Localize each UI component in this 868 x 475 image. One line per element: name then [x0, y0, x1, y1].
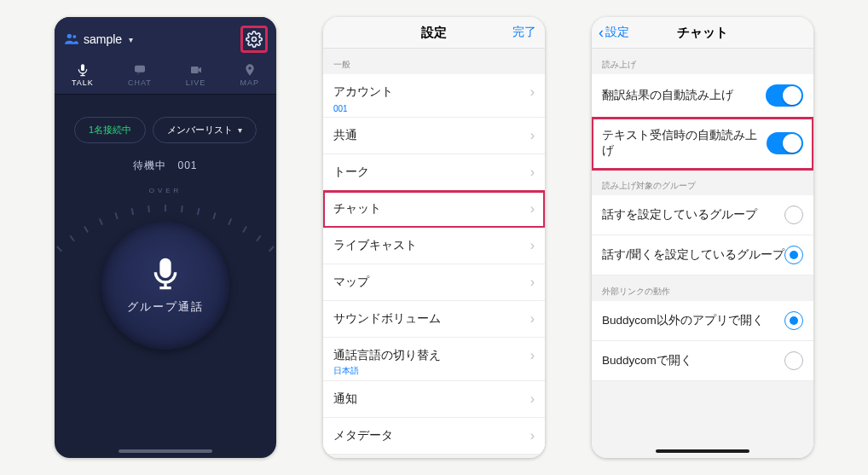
row-label: 話すを設定しているグループ	[602, 207, 757, 223]
row-group-talk[interactable]: 話すを設定しているグループ	[592, 195, 813, 235]
chat-header: ‹ 設定 チャット	[592, 17, 813, 49]
section-read-group: 読み上げ対象のグループ	[592, 170, 813, 195]
settings-header: 設定 完了	[323, 17, 545, 49]
home-indicator	[119, 449, 212, 453]
chevron-right-icon: ›	[530, 428, 535, 443]
row-chat[interactable]: チャット ›	[323, 191, 545, 228]
svg-point-1	[72, 35, 76, 38]
status-label: 待機中	[133, 159, 166, 171]
back-label: 設定	[605, 25, 629, 40]
pin-icon	[240, 63, 259, 78]
section-general: 一般	[323, 49, 545, 74]
row-talk[interactable]: トーク ›	[323, 154, 545, 191]
row-label: 翻訳結果の自動読み上げ	[602, 88, 733, 103]
people-icon	[65, 32, 78, 47]
over-label: OVER	[149, 187, 182, 194]
camera-icon	[186, 63, 206, 78]
row-ext-buddy[interactable]: Buddycomで開く	[592, 341, 813, 381]
status-id: 001	[177, 159, 197, 171]
svg-point-6	[248, 67, 251, 69]
svg-rect-7	[161, 259, 170, 276]
row-label: テキスト受信時の自動読み上げ	[602, 128, 767, 159]
row-sub: 001	[333, 104, 348, 113]
ptt-dial: グループ通話	[76, 196, 255, 375]
row-lang[interactable]: 通話言語の切り替え › 日本語	[323, 338, 545, 381]
talk-screen: sample ▾ TALK CHAT LIVE	[55, 17, 276, 458]
row-label: Buddycom以外のアプリで開く	[602, 313, 764, 328]
row-notify[interactable]: 通知 ›	[323, 381, 545, 418]
chevron-right-icon: ›	[530, 311, 535, 327]
row-label: アカウント	[333, 84, 393, 100]
tab-live[interactable]: LIVE	[186, 63, 206, 87]
chevron-right-icon: ›	[530, 201, 535, 217]
group-name: sample	[84, 32, 122, 46]
connected-pill[interactable]: 1名接続中	[74, 117, 146, 143]
settings-screen: 設定 完了 一般 アカウント › 001 共通 › トーク › チャット › ラ…	[323, 17, 545, 458]
row-label: 通知	[333, 391, 357, 407]
chat-title: チャット	[677, 25, 728, 41]
chat-settings-screen: ‹ 設定 チャット 読み上げ 翻訳結果の自動読み上げ テキスト受信時の自動読み上…	[592, 17, 813, 458]
connected-count: 1名接続中	[89, 124, 131, 136]
svg-point-0	[67, 33, 72, 38]
chevron-right-icon: ›	[530, 128, 535, 143]
talk-header: sample ▾	[55, 17, 276, 60]
chevron-down-icon: ▾	[238, 125, 242, 135]
chevron-right-icon: ›	[530, 348, 535, 363]
radio-ext-other[interactable]	[784, 311, 803, 330]
svg-rect-3	[81, 64, 84, 71]
tab-label: TALK	[72, 78, 94, 87]
row-label: Buddycomで開く	[602, 353, 692, 368]
tab-chat[interactable]: CHAT	[128, 63, 152, 87]
row-label: トーク	[333, 165, 369, 180]
svg-point-2	[252, 38, 257, 42]
settings-title: 設定	[421, 25, 447, 41]
row-auto-text: テキスト受信時の自動読み上げ	[592, 118, 813, 170]
member-list-label: メンバーリスト	[167, 124, 233, 136]
toggle-auto-trans[interactable]	[766, 84, 803, 107]
svg-rect-4	[135, 66, 145, 72]
chevron-right-icon: ›	[530, 165, 535, 180]
chevron-down-icon: ▾	[129, 35, 133, 44]
member-list-pill[interactable]: メンバーリスト ▾	[153, 117, 257, 143]
section-read: 読み上げ	[592, 49, 813, 74]
row-meta[interactable]: メタデータ ›	[323, 418, 545, 455]
radio-group-talk[interactable]	[784, 206, 803, 224]
radio-ext-buddy[interactable]	[784, 351, 803, 370]
row-label: 通話言語の切り替え	[333, 348, 441, 363]
done-button[interactable]: 完了	[512, 17, 536, 48]
row-livecast[interactable]: ライブキャスト ›	[323, 228, 545, 264]
chevron-right-icon: ›	[530, 84, 535, 100]
row-group-both[interactable]: 話す/聞くを設定しているグループ	[592, 235, 813, 275]
ptt-button[interactable]: グループ通話	[101, 222, 229, 350]
home-indicator	[656, 449, 749, 453]
row-sound[interactable]: サウンドボリューム ›	[323, 301, 545, 338]
row-label: マップ	[333, 275, 369, 290]
toggle-auto-text[interactable]	[767, 132, 803, 154]
tab-label: CHAT	[128, 78, 152, 87]
section-bluetooth: Bluetooth 設定	[323, 455, 545, 458]
tab-map[interactable]: MAP	[240, 63, 259, 87]
svg-rect-5	[191, 67, 199, 73]
radio-group-both[interactable]	[784, 246, 803, 264]
ptt-label: グループ通話	[127, 299, 204, 315]
row-account[interactable]: アカウント › 001	[323, 74, 545, 118]
chevron-right-icon: ›	[530, 238, 535, 253]
chevron-left-icon: ‹	[599, 24, 604, 42]
row-sub: 日本語	[333, 365, 359, 377]
done-label: 完了	[512, 25, 536, 40]
back-button[interactable]: ‹ 設定	[599, 17, 629, 48]
tab-label: MAP	[240, 78, 259, 87]
tab-bar: TALK CHAT LIVE MAP	[55, 60, 276, 95]
group-selector[interactable]: sample ▾	[65, 32, 133, 47]
row-label: サウンドボリューム	[333, 311, 441, 327]
row-common[interactable]: 共通 ›	[323, 118, 545, 154]
mic-icon	[72, 63, 94, 78]
chevron-right-icon: ›	[530, 275, 535, 290]
mic-icon	[148, 257, 182, 291]
row-map[interactable]: マップ ›	[323, 264, 545, 301]
tab-talk[interactable]: TALK	[72, 63, 94, 87]
settings-button[interactable]	[240, 26, 268, 53]
row-label: チャット	[333, 201, 381, 217]
row-label: 話す/聞くを設定しているグループ	[602, 247, 784, 263]
row-ext-other[interactable]: Buddycom以外のアプリで開く	[592, 301, 813, 341]
